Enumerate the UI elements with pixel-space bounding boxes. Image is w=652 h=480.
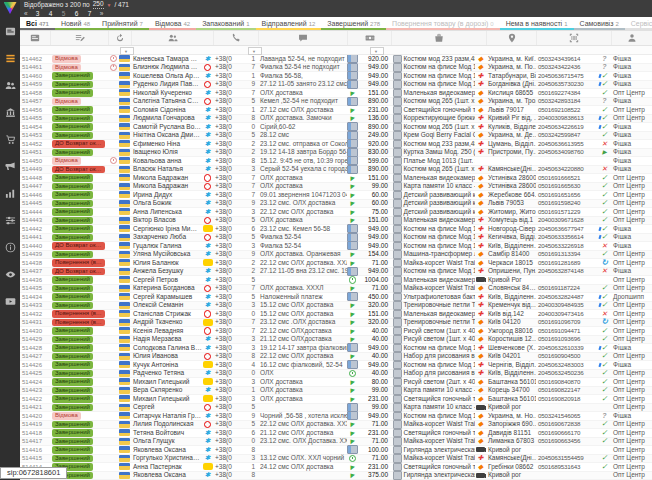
table-row[interactable]: 514432Повернення (в…Станіслав Стрижак+38… <box>20 310 652 319</box>
page-number[interactable]: 6 <box>74 9 80 18</box>
table-row[interactable]: 514444ЗавершенийАнна Липенська+38(0322.1… <box>20 208 652 217</box>
table-row[interactable]: 514462ВідмоваКаневська Тамара …+38(01Лав… <box>20 55 652 64</box>
table-row[interactable]: 514424ЗавершенийМихаил Гилецький+38(03ОЛ… <box>20 378 652 387</box>
sidebar-item-partners[interactable] <box>5 269 16 280</box>
page-number[interactable]: 7 <box>87 9 93 18</box>
sidebar-item-purchases[interactable] <box>5 134 16 145</box>
tab-nema-v-naiavnosti[interactable]: Нема в наявності1 <box>500 17 574 30</box>
table-row[interactable]: 514435ЗавершенийКатерина Богданова+38(07… <box>20 285 652 294</box>
table-row[interactable]: 514457ВідмоваСалєгіна Татьяна С…+38(05Ке… <box>20 98 652 107</box>
organization: Опт Центр <box>611 174 652 182</box>
first-page-icon[interactable]: « <box>24 9 28 18</box>
column-header-phone[interactable] <box>213 31 258 45</box>
table-row[interactable]: 514453ЗавершенийНікітіна Оксана Дми…+38(… <box>20 132 652 141</box>
table-row[interactable]: 514454ЗавершенийСамотій Руслана Во…+38(0… <box>20 123 652 132</box>
table-row[interactable]: 514434ЗавершенийСергей Карамышев+38(05На… <box>20 293 652 302</box>
table-row[interactable]: 514427ЗавершенийЮлия Иванова+38(0822.12 … <box>20 353 652 362</box>
filter-dropdown[interactable] <box>370 47 384 55</box>
column-header-address[interactable] <box>486 31 536 45</box>
column-header-payment[interactable] <box>347 31 391 45</box>
sidebar-item-clients[interactable] <box>5 80 16 91</box>
table-row[interactable]: 514451ЗавершенийІващенко Юлія+38(0219.12… <box>20 149 652 158</box>
table-row[interactable]: 514422ЗавершенийМихаил Гилецький+38(03ОЛ… <box>20 395 652 404</box>
table-row[interactable]: 514456ЗавершенийСоломія Сідоніна+38(0127… <box>20 106 652 115</box>
sidebar-item-video[interactable] <box>5 296 16 307</box>
table-row[interactable]: 514445ЗавершенийОльга Божик+38(0923.12 с… <box>20 200 652 209</box>
column-header-refresh[interactable] <box>108 31 131 45</box>
table-row[interactable]: 514421ЗавершенийСергей+38(0599.00Карта п… <box>20 404 652 413</box>
table-row[interactable]: 514461ВідмоваБлизнюк Людмила …+38(07Фиал… <box>20 64 652 73</box>
sidebar-item-settings[interactable] <box>5 215 16 226</box>
table-row[interactable]: 514446ЗавершенийИрина Дидух+38(0709.01 з… <box>20 191 652 200</box>
tab-zavershenyi[interactable]: Завершений278 <box>321 17 386 30</box>
table-row[interactable]: 514425ЗавершенийРадченко Тетяна+38(00ОЛХ… <box>20 370 652 379</box>
tab-servisy[interactable]: Сервіси0 <box>625 17 652 30</box>
filter-dropdown[interactable] <box>248 47 262 55</box>
table-row[interactable]: 514420ВідмоваСитарчук Наталія Гр…+38(09Ч… <box>20 412 652 421</box>
column-header-tracking[interactable] <box>536 31 611 45</box>
table-row[interactable]: 514441ЗавершенийЗахарченко Люба+38(05Фиа… <box>20 234 652 243</box>
table-row[interactable]: 514426ЗавершенийКучук Антоніна+38(0416.1… <box>20 361 652 370</box>
page-size-caret-icon[interactable]: ▼ <box>107 1 112 9</box>
column-header-product[interactable] <box>391 31 486 45</box>
table-row[interactable]: 514415ЗавершенийГоргулько Христина…+38(0… <box>20 455 652 464</box>
organization: Опт Центр <box>611 106 652 114</box>
page-number[interactable]: 5 <box>61 9 67 18</box>
table-row[interactable]: 514439ЗавершенийУляна Мусійовська+38(09О… <box>20 251 652 260</box>
column-header-order-id[interactable] <box>20 31 50 45</box>
page-number[interactable]: 4 <box>48 9 54 18</box>
page-size-value[interactable]: 250 <box>93 0 104 9</box>
table-row[interactable]: 514413ЗавершенийЯковлева Оксана+38(08375… <box>20 472 652 480</box>
sidebar-item-info[interactable] <box>5 242 16 253</box>
tab-vidmova[interactable]: Відмова42 <box>149 17 196 30</box>
table-row[interactable]: 514416ЗавершенийЯковлева Оксана+38(08100… <box>20 446 652 455</box>
tab-pryiniatyi[interactable]: Прийнятий7 <box>96 17 149 30</box>
table-row[interactable]: 514419ЗавершенийЛилия Подолинская+38(052… <box>20 421 652 430</box>
table-row[interactable]: 514459ЗавершенийРуденко Лидия Пав…+38(09… <box>20 81 652 90</box>
sidebar-item-reports[interactable] <box>5 188 16 199</box>
sidebar-item-warehouse[interactable] <box>5 107 16 118</box>
column-header-status[interactable] <box>50 31 108 45</box>
table-row[interactable]: 514450ВідмоваКовальова анна+38(0815.12. … <box>20 157 652 166</box>
status-cell: ДО Возврат ок… <box>50 268 108 276</box>
table-row[interactable]: 514458ЗавершенийНиколай Кучеренко+38(07О… <box>20 89 652 98</box>
table-row[interactable]: 514455ЗавершенийЛюдмила Гончарова+38(08О… <box>20 115 652 124</box>
column-header-manager[interactable] <box>611 31 652 45</box>
app-logo-icon[interactable] <box>4 2 17 14</box>
table-row[interactable]: 514437ДО Возврат ок…Анжела Безушку+38(02… <box>20 268 652 277</box>
sidebar-item-dashboard[interactable] <box>5 26 16 37</box>
table-row[interactable]: 514460ЗавершенийКошелева Ольга Ар…+38(01… <box>20 72 652 81</box>
sidebar-item-marketing[interactable] <box>5 161 16 172</box>
table-row[interactable]: 514429ЗавершенийНадія Мерзаєва+38(0321.1… <box>20 336 652 345</box>
table-row[interactable]: 514443ЗавершенийВіктор Власов+38(05ОЛХ д… <box>20 217 652 226</box>
tab-vsi[interactable]: Всі471 <box>20 17 55 30</box>
tab-zapakovanyi[interactable]: Запакований1 <box>196 17 255 30</box>
tab-vidpravlenyi[interactable]: Відправлений12 <box>256 17 322 30</box>
last-page-icon[interactable]: » <box>100 9 104 18</box>
filter-dropdown[interactable] <box>120 47 134 55</box>
table-row[interactable]: 514433ЗавершенийОлексій Семанін+38(0315.… <box>20 302 652 311</box>
product-name: Костюм мод 233 разм,48-58 (1… <box>404 55 476 63</box>
table-row[interactable]: 514447ЗавершенийМикола Бадражан+38(07ОЛХ… <box>20 183 652 192</box>
table-row[interactable]: 514418ЗавершенийТетяна Войтович+38(0621.… <box>20 429 652 438</box>
table-row[interactable]: 514428ЗавершенийСолодкова Галина В…+38(0… <box>20 344 652 353</box>
table-row[interactable]: 514423ЗавершенийВера Скляренко+38(01ОЛХ … <box>20 387 652 396</box>
table-row[interactable]: 514449ДО Возврат ок…Власюк Наталья+38(03… <box>20 166 652 175</box>
table-row[interactable]: 514430ЗавершенийКсенія Левадняя+38(0722.… <box>20 327 652 336</box>
column-header-comment[interactable] <box>258 31 347 45</box>
table-row[interactable]: 514431Повернення (в…Андрій Ткаченко+38(0… <box>20 319 652 328</box>
tab-novyi[interactable]: Новий48 <box>55 17 96 30</box>
table-row[interactable]: 514438Повернення (в…Юлия Баланюк+38(0222… <box>20 259 652 268</box>
table-row[interactable]: 514452ДО Возврат ок…Єфименко Ніна+38(022… <box>20 140 652 149</box>
table-row[interactable]: 514417ЗавершенийОльга Глущук+38(0023.12 … <box>20 438 652 447</box>
table-row[interactable]: 514414ЗавершенийАнна Пастернак+38(0124.1… <box>20 463 652 472</box>
sidebar-item-orders[interactable] <box>5 53 16 64</box>
table-row[interactable]: 514440ДО Возврат ок…Гуцалюк Галина+38(03… <box>20 242 652 251</box>
page-number[interactable]: 3 <box>35 9 41 18</box>
table-row[interactable]: 514436ЗавершенийСергей Петров+38(051004.… <box>20 276 652 285</box>
table-row[interactable]: 514448ЗавершенийМикола Бадражан+38(07ОЛХ… <box>20 174 652 183</box>
tab-samovyviz[interactable]: Самовивіз2 <box>574 17 625 30</box>
tab-povernennia-tovaru[interactable]: Повернення товару (в дорозі)0 <box>386 17 500 30</box>
table-row[interactable]: 514442ЗавершенийСергіюнко Іріна Ми…+38(0… <box>20 225 652 234</box>
column-header-client[interactable] <box>131 31 213 45</box>
